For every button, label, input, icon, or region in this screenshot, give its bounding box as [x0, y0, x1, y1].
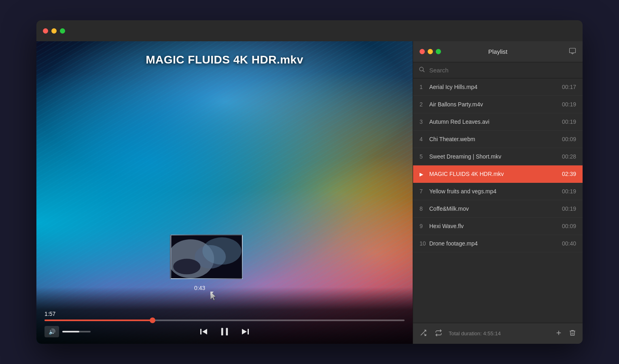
item-number: 7 — [420, 188, 429, 195]
playlist-traffic-lights — [420, 49, 441, 54]
playlist-title: Playlist — [488, 48, 508, 55]
traffic-lights — [43, 28, 65, 34]
controls-row: 🔊 — [36, 326, 413, 337]
item-number: 3 — [420, 119, 429, 125]
add-button[interactable] — [553, 328, 564, 340]
playlist-footer: Total duration: 4:55:14 — [413, 323, 583, 344]
playlist-item[interactable]: 7 Yellow fruits and vegs.mp4 00:19 — [413, 183, 583, 200]
add-icon — [555, 329, 562, 336]
item-name: MAGIC FLUIDS 4K HDR.mkv — [429, 171, 559, 177]
maximize-button[interactable] — [60, 28, 65, 34]
playlist-sidebar: Playlist — [413, 41, 583, 344]
svg-point-4 — [202, 237, 241, 265]
next-icon — [240, 327, 250, 336]
pl-maximize-button[interactable] — [436, 49, 441, 54]
app-window: MAGIC FLUIDS 4K HDR.mkv — [36, 20, 583, 344]
playlist-item[interactable]: 8 Coffe&Milk.mov 00:19 — [413, 200, 583, 218]
item-name: Aerial Icy Hills.mp4 — [429, 84, 559, 90]
next-button[interactable] — [240, 327, 250, 336]
playlist-item[interactable]: 3 Autumn Red Leaves.avi 00:19 — [413, 113, 583, 131]
repeat-icon — [435, 329, 442, 336]
svg-point-14 — [420, 67, 423, 71]
prev-icon — [199, 327, 209, 336]
playlist-item[interactable]: ▶ MAGIC FLUIDS 4K HDR.mkv 02:39 — [413, 165, 583, 183]
footer-right-btns — [553, 328, 578, 340]
item-name: Coffe&Milk.mov — [429, 205, 559, 212]
item-name: Sweet Dreaming | Short.mkv — [429, 153, 559, 160]
shuffle-icon — [420, 329, 427, 336]
pl-minimize-button[interactable] — [428, 49, 433, 54]
chat-icon-button[interactable] — [569, 47, 576, 56]
item-name: Yellow fruits and vegs.mp4 — [429, 188, 559, 195]
item-duration: 00:19 — [562, 101, 576, 108]
close-button[interactable] — [43, 28, 48, 34]
pause-button[interactable] — [219, 326, 230, 337]
svg-marker-8 — [202, 329, 207, 334]
item-duration: 00:28 — [562, 153, 576, 160]
svg-rect-13 — [570, 48, 576, 53]
seek-thumbnail — [170, 235, 243, 279]
volume-icon: 🔊 — [49, 328, 55, 335]
item-number: 4 — [420, 136, 429, 142]
item-duration: 00:09 — [562, 223, 576, 229]
volume-button[interactable]: 🔊 — [45, 326, 59, 337]
progress-bar — [45, 320, 405, 321]
delete-button[interactable] — [567, 328, 578, 340]
progress-handle — [150, 317, 155, 323]
video-title: MAGIC FLUIDS 4K HDR.mkv — [146, 53, 303, 66]
item-duration: 00:19 — [562, 205, 576, 212]
search-bar — [413, 62, 583, 78]
progress-container[interactable] — [36, 320, 413, 321]
item-duration: 00:19 — [562, 188, 576, 195]
item-duration: 02:39 — [562, 171, 576, 177]
controls-bar: 1:57 🔊 — [36, 287, 413, 344]
item-number: 8 — [420, 205, 429, 212]
item-number: 1 — [420, 84, 429, 90]
item-number: 2 — [420, 101, 429, 108]
repeat-button[interactable] — [433, 328, 444, 340]
progress-fill — [45, 320, 153, 321]
playlist-header-right — [569, 47, 576, 56]
prev-button[interactable] — [199, 327, 209, 336]
shuffle-button[interactable] — [418, 328, 428, 340]
item-duration: 00:40 — [562, 240, 576, 247]
playback-controls — [199, 326, 250, 337]
svg-point-3 — [173, 259, 200, 275]
search-icon — [419, 66, 425, 73]
pause-icon — [219, 326, 230, 337]
chat-icon — [569, 47, 576, 55]
minimize-button[interactable] — [51, 28, 57, 34]
item-play-indicator: ▶ — [420, 171, 429, 177]
item-name: Autumn Red Leaves.avi — [429, 119, 559, 125]
title-bar — [36, 20, 583, 41]
total-duration: Total duration: 4:55:14 — [449, 330, 549, 336]
item-duration: 00:19 — [562, 119, 576, 125]
svg-rect-7 — [200, 329, 201, 334]
delete-icon — [569, 329, 576, 336]
current-time: 1:57 — [36, 311, 413, 317]
playlist-items: 1 Aerial Icy Hills.mp4 00:17 2 Air Ballo… — [413, 78, 583, 323]
svg-rect-9 — [221, 328, 223, 336]
svg-rect-10 — [226, 328, 228, 336]
search-input[interactable] — [429, 67, 577, 74]
pl-close-button[interactable] — [420, 49, 425, 54]
item-name: Hexi Wave.flv — [429, 223, 559, 229]
volume-controls: 🔊 — [45, 326, 91, 337]
video-area: MAGIC FLUIDS 4K HDR.mkv — [36, 41, 413, 344]
playlist-item[interactable]: 2 Air Ballons Party.m4v 00:19 — [413, 96, 583, 113]
item-name: Air Ballons Party.m4v — [429, 101, 559, 108]
volume-slider[interactable] — [62, 331, 91, 332]
playlist-item[interactable]: 4 Chi Theater.webm 00:09 — [413, 131, 583, 148]
search-icon-wrap — [419, 66, 425, 74]
playlist-item[interactable]: 5 Sweet Dreaming | Short.mkv 00:28 — [413, 148, 583, 165]
playlist-header: Playlist — [413, 41, 583, 62]
svg-rect-11 — [248, 329, 249, 334]
item-duration: 00:17 — [562, 84, 576, 90]
item-number: 10 — [420, 240, 429, 247]
volume-fill — [62, 331, 79, 332]
playlist-item[interactable]: 9 Hexi Wave.flv 00:09 — [413, 218, 583, 235]
playlist-item[interactable]: 10 Drone footage.mp4 00:40 — [413, 235, 583, 252]
item-duration: 00:09 — [562, 136, 576, 142]
playlist-item[interactable]: 1 Aerial Icy Hills.mp4 00:17 — [413, 78, 583, 96]
item-name: Chi Theater.webm — [429, 136, 559, 142]
